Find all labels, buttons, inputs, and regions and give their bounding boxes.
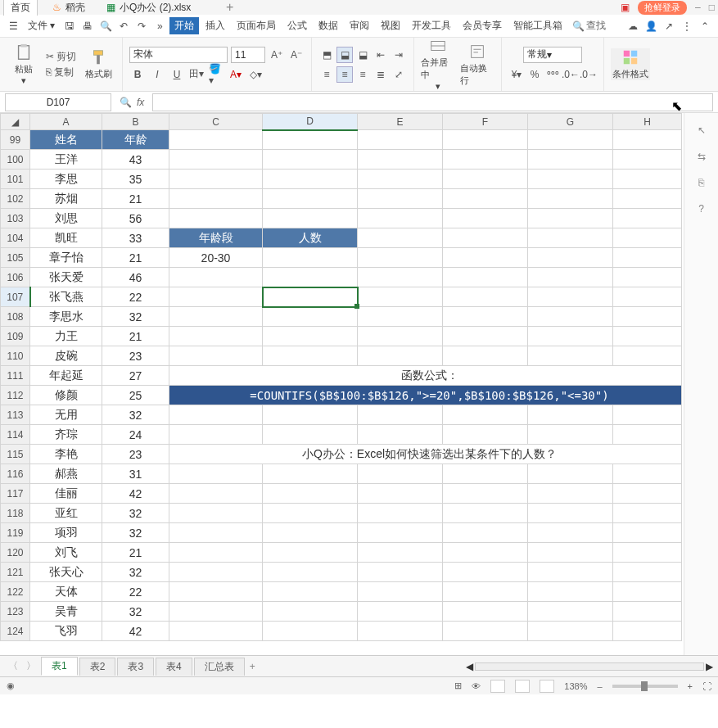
menu-formula[interactable]: 公式 xyxy=(282,17,312,34)
sheet-tab[interactable]: 表4 xyxy=(156,658,192,676)
row-header[interactable]: 116 xyxy=(1,464,30,484)
cell[interactable] xyxy=(169,287,263,307)
row-header[interactable]: 113 xyxy=(1,405,30,425)
cell[interactable] xyxy=(263,464,358,484)
sidepanel-icon[interactable]: ⇆ xyxy=(698,151,706,162)
expand-icon[interactable]: ⌃ xyxy=(697,18,713,34)
view3-icon[interactable] xyxy=(540,680,554,693)
cell[interactable] xyxy=(169,189,263,209)
cell[interactable] xyxy=(358,287,443,307)
cell[interactable] xyxy=(358,130,443,150)
row-header[interactable]: 100 xyxy=(1,150,30,170)
cell[interactable]: 32 xyxy=(102,563,169,582)
row-header[interactable]: 123 xyxy=(1,602,30,622)
cell[interactable]: 35 xyxy=(102,170,169,189)
cell[interactable]: 21 xyxy=(102,248,169,268)
cell[interactable] xyxy=(613,484,682,504)
cell[interactable] xyxy=(443,484,528,504)
cell[interactable]: 32 xyxy=(102,405,169,425)
comma-icon[interactable]: ᵒᵒᵒ xyxy=(544,66,561,83)
menu-start[interactable]: 开始 xyxy=(169,17,199,34)
cell[interactable] xyxy=(613,228,682,248)
cell[interactable] xyxy=(443,130,528,150)
row-header[interactable]: 110 xyxy=(1,346,30,366)
cell[interactable] xyxy=(263,170,358,189)
percent-icon[interactable]: % xyxy=(526,66,543,83)
cell[interactable] xyxy=(169,405,263,425)
align-mid-icon[interactable]: ⬓ xyxy=(336,47,353,63)
cell[interactable] xyxy=(528,582,613,602)
cell[interactable] xyxy=(528,405,613,425)
cell[interactable]: 人数 xyxy=(263,228,358,248)
merge-button[interactable]: 合并居中▾ xyxy=(421,37,455,92)
eye-icon[interactable]: 👁 xyxy=(472,681,481,691)
sheet-grid[interactable]: ◢ABCDEFGH99姓名年龄100王洋43101李思35102苏烟21103刘… xyxy=(0,113,684,655)
formula-bar[interactable] xyxy=(152,93,713,111)
cell[interactable] xyxy=(169,602,263,622)
cell[interactable]: 42 xyxy=(102,484,169,504)
align-just-icon[interactable]: ≣ xyxy=(373,66,389,83)
cell[interactable]: 24 xyxy=(102,425,169,445)
cell[interactable] xyxy=(263,268,358,287)
add-sheet[interactable]: + xyxy=(246,661,259,672)
row-header[interactable]: 109 xyxy=(1,327,30,346)
cell[interactable] xyxy=(358,425,443,445)
menu-ai[interactable]: 智能工具箱 xyxy=(508,17,567,34)
cell[interactable] xyxy=(358,228,443,248)
cell[interactable] xyxy=(528,130,613,150)
cell[interactable] xyxy=(528,602,613,622)
cell[interactable] xyxy=(443,307,528,327)
bold-icon[interactable]: B xyxy=(129,66,146,83)
cell[interactable] xyxy=(169,130,263,150)
cell[interactable]: 32 xyxy=(102,523,169,543)
cell[interactable] xyxy=(528,346,613,366)
cell[interactable]: 天体 xyxy=(30,582,102,602)
cell[interactable] xyxy=(358,464,443,484)
select-icon[interactable]: ↖ xyxy=(698,124,706,136)
menu-file[interactable]: 文件 ▾ xyxy=(23,17,60,34)
cell[interactable] xyxy=(528,504,613,523)
font-combo[interactable]: 宋体 xyxy=(129,47,228,63)
cell[interactable] xyxy=(358,268,443,287)
cell[interactable] xyxy=(613,622,682,641)
hscroll-right[interactable]: ▶ xyxy=(706,661,713,672)
cell[interactable]: 43 xyxy=(102,150,169,170)
cell[interactable]: 佳丽 xyxy=(30,484,102,504)
cell[interactable] xyxy=(613,563,682,582)
cell[interactable] xyxy=(263,602,358,622)
cloud-icon[interactable]: ☁ xyxy=(625,18,641,34)
add-tab-button[interactable]: + xyxy=(219,0,240,15)
cell[interactable] xyxy=(528,170,613,189)
cell[interactable]: 张天爱 xyxy=(30,268,102,287)
cell[interactable] xyxy=(263,582,358,602)
cell[interactable]: 力王 xyxy=(30,327,102,346)
fontcolor-icon[interactable]: A▾ xyxy=(228,66,244,83)
row-header[interactable]: 104 xyxy=(1,228,30,248)
cell[interactable] xyxy=(528,189,613,209)
cell[interactable] xyxy=(613,543,682,563)
cell[interactable]: 56 xyxy=(102,209,169,228)
cell[interactable] xyxy=(443,622,528,641)
tab-daoke[interactable]: ♨稻壳 xyxy=(44,0,92,16)
cell[interactable] xyxy=(613,209,682,228)
zoom-out[interactable]: – xyxy=(597,681,602,691)
border-icon[interactable]: 田▾ xyxy=(188,66,205,83)
cell[interactable] xyxy=(613,582,682,602)
namebox[interactable]: D107 xyxy=(5,93,111,111)
cell[interactable] xyxy=(613,248,682,268)
menu-data[interactable]: 数据 xyxy=(314,17,343,34)
cell[interactable]: 年起延 xyxy=(30,366,102,386)
hscroll-left[interactable]: ◀ xyxy=(466,661,473,672)
cell[interactable] xyxy=(528,307,613,327)
cell[interactable]: 22 xyxy=(102,582,169,602)
cell[interactable] xyxy=(263,150,358,170)
cell[interactable] xyxy=(528,425,613,445)
cell[interactable] xyxy=(358,622,443,641)
align-right-icon[interactable]: ≡ xyxy=(354,66,371,83)
settings-icon[interactable]: ⎘ xyxy=(698,177,704,188)
wrap-button[interactable]: 自动换行 xyxy=(460,43,494,87)
col-header[interactable]: C xyxy=(169,114,263,130)
row-header[interactable]: 106 xyxy=(1,268,30,287)
cell[interactable] xyxy=(528,268,613,287)
cell[interactable] xyxy=(169,170,263,189)
